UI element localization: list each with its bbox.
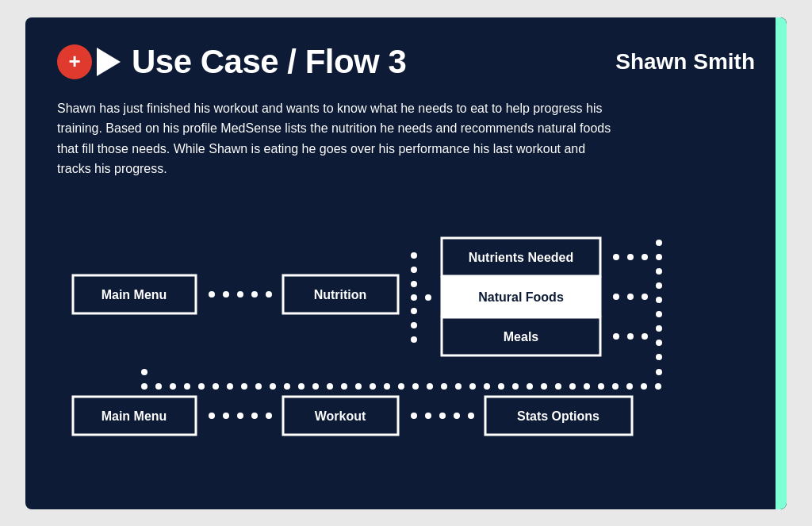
svg-point-13 — [613, 254, 619, 260]
arrow-icon — [97, 48, 121, 76]
svg-point-44 — [312, 383, 319, 390]
svg-point-52 — [427, 383, 433, 390]
svg-point-76 — [425, 413, 431, 419]
svg-point-39 — [241, 383, 247, 390]
svg-point-56 — [484, 383, 490, 390]
svg-point-29 — [656, 340, 662, 346]
svg-point-7 — [411, 281, 417, 287]
flow-diagram-svg: Main Menu Nutrition — [57, 208, 755, 422]
plus-icon: + — [57, 44, 92, 79]
svg-point-43 — [298, 383, 304, 390]
svg-point-4 — [266, 291, 272, 298]
svg-point-2 — [237, 291, 243, 298]
description-text: Shawn has just finished his workout and … — [57, 98, 612, 179]
svg-point-22 — [656, 240, 662, 246]
main-card: + Use Case / Flow 3 Shawn Smith Shawn ha… — [25, 17, 787, 509]
svg-point-28 — [656, 325, 662, 332]
svg-point-11 — [411, 322, 417, 328]
svg-point-23 — [656, 254, 662, 260]
flow1-nutrition-label: Nutrition — [314, 288, 367, 301]
svg-point-31 — [141, 369, 147, 375]
svg-point-10 — [411, 308, 417, 314]
svg-point-19 — [613, 333, 619, 340]
svg-point-17 — [627, 294, 634, 300]
page-title: Use Case / Flow 3 — [132, 43, 406, 81]
svg-point-41 — [270, 383, 276, 390]
svg-point-42 — [284, 383, 290, 390]
svg-point-3 — [251, 291, 258, 298]
svg-point-27 — [656, 311, 662, 317]
svg-point-50 — [398, 383, 404, 390]
svg-point-47 — [355, 383, 362, 390]
svg-point-21 — [642, 333, 648, 340]
svg-point-51 — [412, 383, 419, 390]
svg-point-77 — [439, 413, 446, 419]
svg-point-75 — [411, 413, 417, 419]
svg-point-70 — [209, 413, 215, 419]
svg-point-79 — [468, 413, 474, 419]
svg-point-18 — [642, 294, 648, 300]
svg-point-1 — [223, 291, 229, 298]
svg-point-33 — [155, 383, 162, 390]
svg-point-49 — [384, 383, 390, 390]
svg-point-34 — [170, 383, 176, 390]
flow1-naturalfoods-label: Natural Foods — [478, 290, 564, 304]
svg-point-6 — [411, 267, 417, 273]
svg-point-63 — [584, 383, 590, 390]
flow1-nutrients-label: Nutrients Needed — [469, 251, 573, 264]
svg-point-59 — [527, 383, 533, 390]
svg-point-0 — [209, 291, 215, 298]
svg-point-45 — [327, 383, 333, 390]
plus-icon-group: + — [57, 44, 121, 79]
svg-point-62 — [569, 383, 576, 390]
header: + Use Case / Flow 3 Shawn Smith — [57, 43, 755, 81]
svg-point-55 — [469, 383, 476, 390]
svg-point-35 — [184, 383, 190, 390]
svg-point-48 — [370, 383, 376, 390]
svg-point-38 — [227, 383, 233, 390]
svg-point-67 — [641, 383, 647, 390]
svg-point-24 — [656, 268, 662, 275]
svg-point-30 — [656, 354, 662, 360]
svg-point-64 — [598, 383, 604, 390]
svg-point-32 — [141, 383, 147, 390]
svg-point-57 — [498, 383, 504, 390]
svg-point-36 — [198, 383, 205, 390]
svg-point-73 — [251, 413, 258, 419]
flow2-mainmenu-label: Main Menu — [102, 409, 167, 423]
svg-point-69 — [656, 369, 662, 375]
svg-point-61 — [555, 383, 561, 390]
svg-point-9 — [425, 294, 431, 301]
svg-point-16 — [613, 294, 619, 300]
svg-point-72 — [237, 413, 243, 419]
svg-point-66 — [626, 383, 633, 390]
svg-point-25 — [656, 282, 662, 289]
flow-diagram-container: Main Menu Nutrition — [57, 208, 755, 425]
flow2-statsoptions-label: Stats Options — [517, 409, 599, 423]
svg-point-68 — [655, 383, 661, 390]
svg-point-60 — [541, 383, 547, 390]
svg-point-53 — [441, 383, 447, 390]
teal-accent-bar — [776, 17, 787, 509]
flow2-workout-label: Workout — [315, 409, 366, 423]
svg-point-8 — [411, 294, 417, 301]
svg-point-74 — [266, 413, 272, 419]
user-name: Shawn Smith — [615, 49, 755, 75]
svg-point-71 — [223, 413, 229, 419]
svg-point-14 — [627, 254, 634, 260]
svg-point-54 — [455, 383, 462, 390]
svg-point-15 — [642, 254, 648, 260]
svg-point-12 — [411, 336, 417, 343]
flow1-meals-label: Meals — [504, 330, 539, 344]
svg-point-58 — [512, 383, 519, 390]
svg-point-46 — [341, 383, 347, 390]
svg-point-78 — [454, 413, 460, 419]
flow1-mainmenu-label: Main Menu — [102, 288, 167, 301]
svg-point-40 — [255, 383, 262, 390]
svg-point-20 — [627, 333, 634, 340]
title-group: + Use Case / Flow 3 — [57, 43, 406, 81]
svg-point-5 — [411, 252, 417, 259]
svg-point-37 — [213, 383, 219, 390]
svg-point-65 — [612, 383, 619, 390]
svg-point-26 — [656, 297, 662, 303]
